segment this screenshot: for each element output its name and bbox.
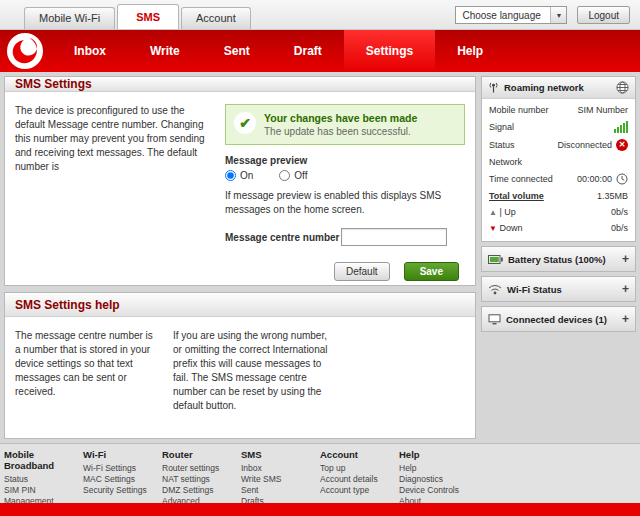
row-network: Network <box>482 154 635 170</box>
battery-expand-icon[interactable]: + <box>622 252 629 266</box>
nav-item-sent[interactable]: Sent <box>202 30 272 72</box>
roaming-network-title: Roaming network <box>504 82 584 93</box>
footer-link[interactable]: Status <box>4 474 79 485</box>
success-title: Your changes have been made <box>264 112 417 124</box>
default-button[interactable]: Default <box>334 262 390 281</box>
footer-link[interactable]: Security Settings <box>83 485 158 496</box>
logout-button[interactable]: Logout <box>577 6 630 24</box>
nav-item-draft[interactable]: Draft <box>272 30 344 72</box>
nav-item-write[interactable]: Write <box>128 30 202 72</box>
message-centre-input[interactable] <box>341 228 447 246</box>
sms-settings-panel: SMS Settings The device is preconfigured… <box>4 76 476 286</box>
footer-link[interactable]: About <box>399 496 474 503</box>
battery-status-toggle[interactable]: Battery Status (100%) + <box>482 247 635 271</box>
row-down-speed: ▼ Down 0b/s <box>482 220 635 236</box>
footer-col-mobile-broadband: Mobile Broadband Status SIM PIN Manageme… <box>4 449 83 503</box>
footer-link[interactable]: Wi-Fi Settings <box>83 463 158 474</box>
mobile-number-value: SIM Number <box>577 105 628 115</box>
battery-status-panel: Battery Status (100%) + <box>481 246 636 272</box>
message-centre-label: Message centre number <box>225 232 341 243</box>
footer-title: SMS <box>241 449 316 460</box>
app-tabs: Mobile Wi-Fi SMS Account <box>24 4 251 29</box>
footer-link[interactable]: Write SMS <box>241 474 316 485</box>
wifi-expand-icon[interactable]: + <box>622 282 629 296</box>
row-time-connected: Time connected 00:00:00 <box>482 170 635 188</box>
footer-col-router: Router Router settings NAT settings DMZ … <box>162 449 241 503</box>
radio-off[interactable] <box>279 170 290 181</box>
form-buttons: Default Save <box>225 262 465 281</box>
footer-link[interactable]: NAT settings <box>162 474 237 485</box>
download-arrow-icon: ▼ <box>489 224 497 233</box>
footer-title: Mobile Broadband <box>4 449 79 471</box>
sms-settings-help-title: SMS Settings help <box>5 293 475 317</box>
wifi-status-label: Wi-Fi Status <box>507 284 562 295</box>
settings-form: ✔ Your changes have been made The update… <box>225 104 465 281</box>
tab-mobile-wifi[interactable]: Mobile Wi-Fi <box>24 7 115 29</box>
footer-link[interactable]: Account type <box>320 485 395 496</box>
footer-link[interactable]: Advanced <box>162 496 237 503</box>
tab-account[interactable]: Account <box>181 7 251 29</box>
wifi-status-toggle[interactable]: Wi-Fi Status + <box>482 277 635 301</box>
radio-on-label: On <box>240 170 253 181</box>
connected-devices-panel: Connected devices (1) + <box>481 306 636 332</box>
down-label: Down <box>499 223 522 233</box>
footer-link[interactable]: Drafts <box>241 496 316 503</box>
footer-title: Router <box>162 449 237 460</box>
status-sidebar: Roaming network Mobile number SIM Number <box>481 76 636 439</box>
devices-expand-icon[interactable]: + <box>622 312 629 326</box>
roaming-network-header: Roaming network <box>482 77 635 99</box>
footer-link[interactable]: Account details <box>320 474 395 485</box>
time-connected-value: 00:00:00 <box>577 174 612 184</box>
devices-icon <box>488 314 501 325</box>
language-select[interactable]: Choose language ▼ <box>455 6 567 24</box>
signal-label: Signal <box>489 122 514 132</box>
footer-col-sms: SMS Inbox Write SMS Sent Drafts Settings <box>241 449 320 503</box>
footer-title: Wi-Fi <box>83 449 158 460</box>
language-select-value: Choose language <box>462 10 540 21</box>
network-label: Network <box>489 157 522 167</box>
radio-on[interactable] <box>225 170 236 181</box>
radio-option-on[interactable]: On <box>225 170 253 181</box>
sms-nav: Inbox Write Sent Draft Settings Help <box>52 30 505 72</box>
footer-link[interactable]: Device Controls <box>399 485 474 496</box>
footer-link[interactable]: Inbox <box>241 463 316 474</box>
success-message: ✔ Your changes have been made The update… <box>225 104 465 145</box>
nav-item-settings[interactable]: Settings <box>344 30 435 72</box>
total-volume-link[interactable]: Total volume <box>489 191 544 201</box>
radio-option-off[interactable]: Off <box>279 170 307 181</box>
message-centre-row: Message centre number <box>225 228 465 246</box>
page: Mobile Wi-Fi SMS Account Choose language… <box>0 0 640 516</box>
footer-link[interactable]: Router settings <box>162 463 237 474</box>
save-button[interactable]: Save <box>404 262 459 281</box>
nav-item-help[interactable]: Help <box>435 30 505 72</box>
footer-link[interactable]: SIM PIN Management <box>4 485 79 503</box>
battery-icon <box>488 255 503 264</box>
top-tab-bar: Mobile Wi-Fi SMS Account Choose language… <box>0 0 640 30</box>
row-status: Status Disconnected ✕ <box>482 136 635 154</box>
footer-link[interactable]: DMZ Settings <box>162 485 237 496</box>
success-subtitle: The update has been successful. <box>264 126 417 137</box>
message-preview-hint: If message preview is enabled this displ… <box>225 189 465 216</box>
tab-sms[interactable]: SMS <box>117 4 179 29</box>
footer-link[interactable]: Sent <box>241 485 316 496</box>
footer-link[interactable]: Top up <box>320 463 395 474</box>
row-signal: Signal <box>482 118 635 136</box>
globe-icon[interactable] <box>616 81 629 94</box>
footer-col-account: Account Top up Account details Account t… <box>320 449 399 503</box>
roaming-network-panel: Roaming network Mobile number SIM Number <box>481 76 636 242</box>
connected-devices-toggle[interactable]: Connected devices (1) + <box>482 307 635 331</box>
footer-link[interactable]: Help <box>399 463 474 474</box>
help-text-1: The message centre number is a number th… <box>15 329 157 413</box>
up-value: 0b/s <box>611 207 628 217</box>
up-label: | Up <box>499 207 515 217</box>
nav-item-inbox[interactable]: Inbox <box>52 30 128 72</box>
sms-settings-title: SMS Settings <box>5 77 475 92</box>
help-body: The message centre number is a number th… <box>5 317 475 425</box>
clock-icon <box>616 173 628 185</box>
message-preview-label: Message preview <box>225 155 465 166</box>
radio-off-label: Off <box>294 170 307 181</box>
footer-link[interactable]: MAC Settings <box>83 474 158 485</box>
antenna-icon <box>488 81 499 94</box>
main-content: SMS Settings The device is preconfigured… <box>0 72 640 443</box>
footer-link[interactable]: Diagnostics <box>399 474 474 485</box>
